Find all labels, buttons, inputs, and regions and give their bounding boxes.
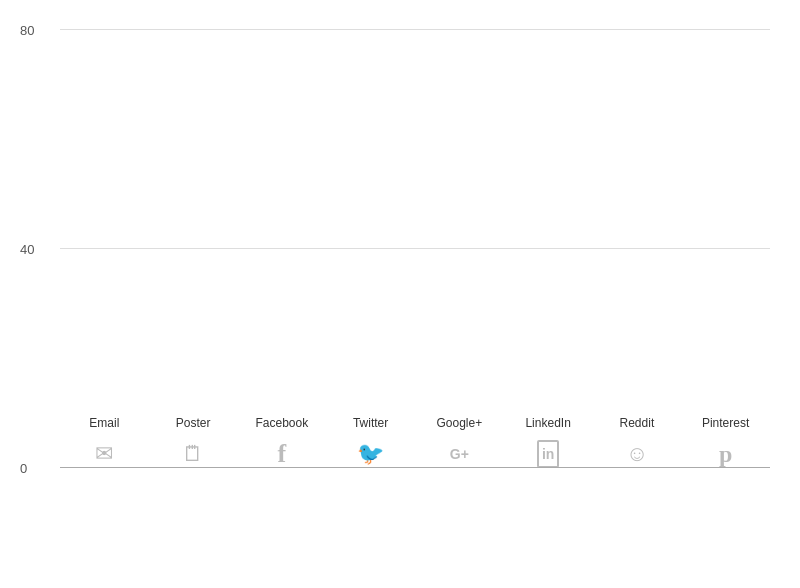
bars-row: Email✉Poster🗒FacebookfTwitter🐦Google+G+L… [60,30,770,468]
facebook-icon: f [278,440,287,468]
bar-group-facebook[interactable]: Facebookf [238,410,327,468]
pinterest-icon: p [719,440,732,468]
chart-area: 80400 Email✉Poster🗒FacebookfTwitter🐦Goog… [60,30,770,468]
bar-group-poster[interactable]: Poster🗒 [149,410,238,468]
grid-label: 80 [20,23,34,38]
poster-icon: 🗒 [182,440,204,468]
x-axis-line [60,467,770,468]
bar-label-twitter: Twitter [353,416,388,430]
googleplus-icon: G+ [450,440,469,468]
bar-label-email: Email [89,416,119,430]
bar-group-googleplus[interactable]: Google+G+ [415,410,504,468]
bar-label-googleplus: Google+ [437,416,483,430]
bar-label-facebook: Facebook [256,416,309,430]
grid-label: 40 [20,242,34,257]
email-icon: ✉ [95,440,113,468]
bar-label-linkedin: LinkedIn [525,416,570,430]
chart-container: 80400 Email✉Poster🗒FacebookfTwitter🐦Goog… [0,0,800,588]
bar-group-linkedin[interactable]: LinkedInin [504,410,593,468]
bar-group-twitter[interactable]: Twitter🐦 [326,410,415,468]
bar-group-email[interactable]: Email✉ [60,410,149,468]
grid-label: 0 [20,461,27,476]
bar-group-reddit[interactable]: Reddit☺ [593,410,682,468]
bar-group-pinterest[interactable]: Pinterestp [681,410,770,468]
twitter-icon: 🐦 [357,440,384,468]
bar-label-poster: Poster [176,416,211,430]
reddit-icon: ☺ [626,440,648,468]
linkedin-icon: in [537,440,559,468]
bar-label-reddit: Reddit [620,416,655,430]
bar-label-pinterest: Pinterest [702,416,749,430]
